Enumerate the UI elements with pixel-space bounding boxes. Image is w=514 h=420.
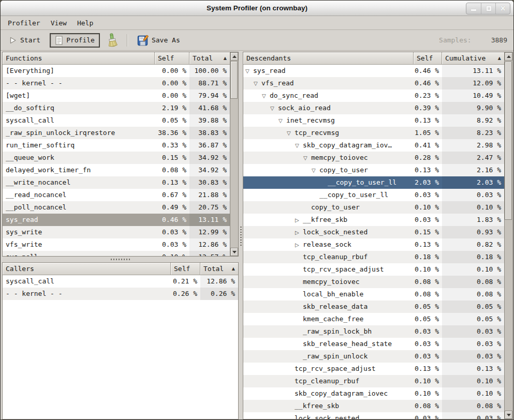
tree-row[interactable]: do_sync_read 0.23 % 10.49 %: [243, 89, 504, 102]
expander-icon[interactable]: [312, 164, 319, 176]
functions-scrollbar[interactable]: [230, 52, 238, 256]
tree-row[interactable]: skb_copy_datagram_iov… 0.41 % 2.98 %: [243, 139, 504, 152]
column-header-self[interactable]: Self: [414, 52, 442, 65]
tree-row[interactable]: _raw_spin_unlock 0.03 % 0.03 %: [243, 350, 504, 363]
table-row[interactable]: delayed_work_timer_fn 0.08 % 34.92 %: [3, 164, 230, 176]
column-header-total[interactable]: Total ▲: [189, 52, 230, 65]
self-percent: 0.41 %: [414, 139, 442, 152]
menu-item[interactable]: Help: [72, 17, 98, 29]
tree-row[interactable]: lock_sock_nested 0.15 % 0.93 %: [243, 226, 504, 238]
tree-row[interactable]: __copy_to_user_ll 2.03 % 2.03 %: [243, 176, 504, 189]
tree-row[interactable]: skb_release_head_state 0.03 % 0.03 %: [243, 338, 504, 350]
function-name: [Everything]: [3, 65, 155, 77]
profile-toggle-button[interactable]: Profile: [50, 33, 100, 48]
tree-row[interactable]: __kfree_skb 0.03 % 1.83 %: [243, 214, 504, 226]
table-row[interactable]: __write_nocancel 0.13 % 30.83 %: [3, 176, 230, 189]
table-row[interactable]: - - kernel - - 0.00 % 88.71 %: [3, 77, 230, 89]
tree-row[interactable]: tcp_cleanup_rbuf 0.10 % 0.10 %: [243, 375, 504, 387]
cumulative-percent: 2.16 %: [442, 164, 504, 176]
tree-row[interactable]: tcp_rcv_space_adjust 0.13 % 0.13 %: [243, 363, 504, 375]
function-name: __queue_work: [3, 152, 155, 164]
expander-icon[interactable]: [270, 102, 278, 114]
function-name: lock_sock_nested: [243, 226, 414, 238]
column-header-self[interactable]: Self: [155, 52, 189, 65]
tree-row[interactable]: release_sock 0.13 % 0.82 %: [243, 238, 504, 251]
scroll-down-button[interactable]: [505, 411, 512, 419]
table-row[interactable]: sys_read 0.46 % 13.11 %: [3, 214, 230, 226]
tree-row[interactable]: copy_to_user 0.13 % 2.16 %: [243, 164, 504, 176]
expander-icon[interactable]: [295, 227, 303, 238]
tree-row[interactable]: memcpy_toiovec 0.28 % 2.47 %: [243, 152, 504, 164]
save-as-button[interactable]: Save As: [133, 32, 184, 49]
tree-row[interactable]: memcpy_toiovec 0.08 % 0.08 %: [243, 276, 504, 288]
table-row[interactable]: __do_softirq 2.19 % 41.68 %: [3, 102, 230, 114]
column-header-descendants[interactable]: Descendants: [243, 52, 414, 65]
column-header-callers[interactable]: Callers: [3, 263, 171, 275]
expander-icon[interactable]: [303, 152, 311, 164]
tree-row[interactable]: tcp_rcv_space_adjust 0.10 % 0.10 %: [243, 263, 504, 276]
maximize-button[interactable]: [481, 3, 495, 14]
expander-icon[interactable]: [295, 239, 303, 251]
tree-row[interactable]: copy_to_user 0.10 % 0.10 %: [243, 201, 504, 214]
column-header-total[interactable]: Total ▲: [200, 263, 238, 275]
table-row[interactable]: vfs_write 0.03 % 12.86 %: [3, 238, 230, 251]
tree-row[interactable]: __kfree_skb 0.08 % 0.08 %: [243, 400, 504, 412]
tree-row[interactable]: skb_release_data 0.05 % 0.05 %: [243, 301, 504, 313]
table-row[interactable]: run_timer_softirq 0.33 % 36.87 %: [3, 139, 230, 152]
tree-row[interactable]: tcp_cleanup_rbuf 0.18 % 0.18 %: [243, 251, 504, 263]
start-button[interactable]: Start: [5, 34, 45, 47]
scrollbar-track[interactable]: [230, 61, 238, 248]
table-row[interactable]: __read_nocancel 0.67 % 21.88 %: [3, 189, 230, 201]
horizontal-splitter[interactable]: [2, 257, 239, 262]
column-header-self[interactable]: Self: [171, 263, 200, 275]
function-name: - - kernel - -: [3, 77, 155, 89]
minimize-button[interactable]: [466, 3, 481, 14]
expander-icon[interactable]: [262, 90, 270, 102]
table-row[interactable]: [wget] 0.00 % 79.94 %: [3, 89, 230, 102]
scrollbar-thumb[interactable]: [505, 62, 512, 220]
table-row[interactable]: sys_write 0.03 % 12.99 %: [3, 226, 230, 238]
titlebar[interactable]: System Profiler (on crownbay) ×: [1, 1, 513, 16]
scroll-up-button[interactable]: [505, 52, 512, 61]
tree-row[interactable]: sys_read 0.46 % 13.11 %: [243, 65, 504, 77]
function-name: tcp_cleanup_rbuf: [243, 375, 414, 387]
table-row[interactable]: [Everything] 0.00 % 100.00 %: [3, 65, 230, 77]
tree-row[interactable]: kmem_cache_free 0.05 % 0.05 %: [243, 313, 504, 325]
table-row[interactable]: - - kernel - - 0.26 % 0.26 %: [3, 288, 238, 300]
expander-icon[interactable]: [287, 127, 295, 139]
column-header-functions[interactable]: Functions: [3, 52, 155, 65]
close-button[interactable]: ×: [495, 3, 510, 14]
expander-icon[interactable]: [278, 115, 286, 127]
table-row[interactable]: _raw_spin_unlock_irqrestore 38.36 % 38.8…: [3, 127, 230, 139]
tree-row[interactable]: _raw_spin_lock_bh 0.03 % 0.03 %: [243, 325, 504, 338]
tree-row[interactable]: vfs_read 0.46 % 12.09 %: [243, 77, 504, 89]
column-header-cumulative[interactable]: Cumulative ▲: [442, 52, 504, 65]
scrollbar-thumb[interactable]: [230, 61, 238, 99]
menu-item[interactable]: View: [46, 17, 72, 29]
scroll-down-button[interactable]: [230, 248, 238, 256]
expander-icon[interactable]: [254, 78, 261, 89]
table-row[interactable]: __queue_work 0.15 % 34.92 %: [3, 152, 230, 164]
expander-icon[interactable]: [295, 140, 303, 152]
vertical-splitter[interactable]: [239, 52, 243, 419]
tree-row[interactable]: sock_aio_read 0.39 % 9.90 %: [243, 102, 504, 114]
left-pane: Functions Self Total ▲ [Everything] 0.00…: [2, 52, 239, 419]
tree-row[interactable]: __copy_to_user_ll 0.03 % 0.03 %: [243, 189, 504, 201]
expander-icon[interactable]: [245, 65, 253, 77]
menu-item[interactable]: Profiler: [3, 17, 46, 29]
table-row[interactable]: __poll_nocancel 0.49 % 20.75 %: [3, 201, 230, 214]
table-row[interactable]: syscall_call 0.05 % 39.88 %: [3, 114, 230, 127]
table-row[interactable]: syscall_call 0.21 % 12.86 %: [3, 275, 238, 288]
tree-row[interactable]: local_bh_enable 0.08 % 0.08 %: [243, 288, 504, 301]
reset-view-button[interactable]: [103, 31, 122, 50]
tree-row[interactable]: lock_sock_nested 0.03 % 0.03 %: [243, 412, 504, 419]
tree-row[interactable]: inet_recvmsg 0.13 % 8.92 %: [243, 114, 504, 127]
expander-icon[interactable]: [295, 214, 303, 226]
scrollbar-track[interactable]: [505, 61, 512, 411]
scroll-up-button[interactable]: [230, 52, 238, 61]
table-row[interactable]: sys_poll 0.10 % 12.57 %: [3, 251, 230, 256]
splitter-grip: [111, 259, 130, 260]
tree-row[interactable]: tcp_recvmsg 1.05 % 8.23 %: [243, 127, 504, 139]
tree-row[interactable]: skb_copy_datagram_iovec 0.10 % 0.10 %: [243, 387, 504, 400]
descendants-scrollbar[interactable]: [504, 52, 512, 419]
